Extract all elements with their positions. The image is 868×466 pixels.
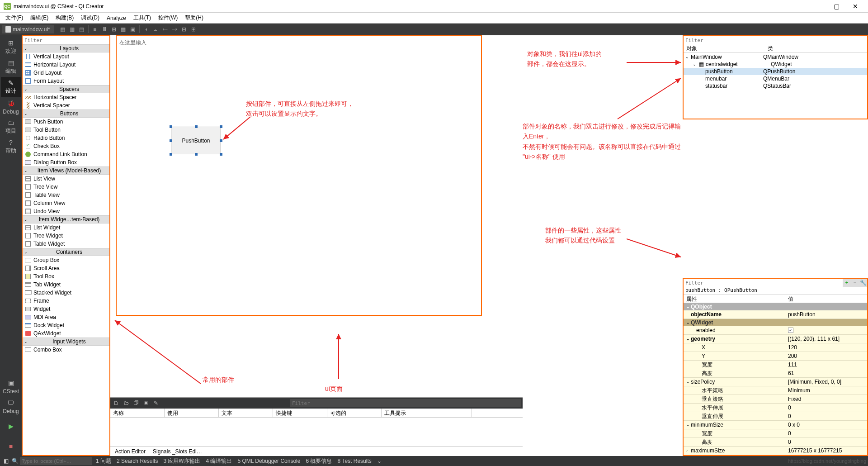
status-tab[interactable]: 6 概要信息 [303,458,335,464]
mode-button[interactable]: ?帮助 [1,137,21,157]
open-file-tab[interactable]: mainwindow.ui* [2,25,54,33]
action-panel-tab[interactable]: Signals _Slots Edi… [150,448,205,455]
open-action-icon[interactable]: 🗁 [122,399,130,407]
object-tree-row[interactable]: menubarQMenuBar [684,75,867,82]
widget-group-header[interactable]: ⌄Containers [23,248,109,256]
property-row[interactable]: objectNamepushButton [684,310,867,319]
menu-item[interactable]: 调试(D) [77,13,103,23]
tool-icon[interactable]: Ⅲ [100,25,109,34]
add-property-icon[interactable]: + [843,279,851,287]
widget-item[interactable]: Grid Layout [23,69,109,77]
status-tab[interactable]: 5 QML Debugger Console [235,458,303,464]
run-button[interactable]: ▶ [1,416,21,436]
toggle-sidebar-icon[interactable]: ◧ [2,457,10,465]
tool-icon[interactable]: ⊞ [189,25,198,34]
menu-item[interactable]: 帮助(H) [181,13,207,23]
property-row[interactable]: ⌄geometry[(120, 200), 111 x 61] [684,335,867,343]
tool-icon[interactable]: ⫠ [151,25,160,34]
widget-item[interactable]: Vertical Spacer [23,101,109,109]
status-tab[interactable]: 8 Test Results [335,458,374,464]
status-tab[interactable]: 4 编译输出 [203,458,235,464]
widget-group-header[interactable]: ⌄Buttons [23,109,109,118]
config-property-icon[interactable]: 🔧 [859,279,867,287]
property-row[interactable]: 垂直策略Fixed [684,395,867,404]
action-filter-input[interactable] [290,399,521,407]
action-column-header[interactable]: 快捷键 [273,409,327,417]
copy-action-icon[interactable]: 🗇 [132,399,140,407]
maximize-button[interactable]: ▢ [827,1,845,12]
action-column-header[interactable]: 使用 [165,409,219,417]
widget-item[interactable]: Dock Widget [23,321,109,329]
property-row[interactable]: 宽度111 [684,361,867,369]
widget-group-header[interactable]: ⌄Input Widgets [23,338,109,346]
widget-item[interactable]: Tree View [23,183,109,191]
widget-item[interactable]: MDI Area [23,313,109,321]
status-tab[interactable]: 3 应用程序输出 [160,458,203,464]
property-row[interactable]: 宽度0 [684,429,867,438]
tool-icon[interactable]: ⫞ [142,25,151,34]
widget-group-header[interactable]: ⌄Item Views (Model-Based) [23,166,109,175]
tool-icon[interactable]: 🡒 [170,25,179,34]
object-tree-row[interactable]: ⌄MainWindowQMainWindow [684,53,867,61]
close-button[interactable]: ✕ [846,1,864,12]
property-row[interactable]: 水平策略Minimum [684,386,867,395]
property-row[interactable]: ›maximumSize16777215 x 16777215 [684,447,867,455]
menu-item[interactable]: 编辑(E) [27,13,52,23]
widget-item[interactable]: Scroll Area [23,264,109,272]
widget-item[interactable]: Undo View [23,207,109,215]
edit-action-icon[interactable]: ✎ [152,399,160,407]
property-group-header[interactable]: ⌄QObject [684,303,867,310]
menu-item[interactable]: 构建(B) [52,13,77,23]
delete-action-icon[interactable]: ✖ [142,399,150,407]
property-filter-input[interactable] [684,279,843,287]
search-icon[interactable]: 🔍 [11,457,19,465]
menu-item[interactable]: 控件(W) [155,13,181,23]
mode-button[interactable]: 🗀项目 [1,117,21,137]
object-tree-row[interactable]: ⌄▦centralwidgetQWidget [684,61,867,68]
remove-property-icon[interactable]: − [851,279,859,287]
property-row[interactable]: ⌄sizePolicy[Minimum, Fixed, 0, 0] [684,378,867,386]
mode-button[interactable]: 🖵Debug [1,396,21,416]
tool-icon[interactable]: ▥ [68,25,77,34]
widget-item[interactable]: Radio Button [23,134,109,142]
widget-item[interactable]: Tab Widget [23,281,109,289]
widget-item[interactable]: Combo Box [23,346,109,354]
pushbutton-widget[interactable]: PushButton [171,127,221,154]
widget-item[interactable]: Widget [23,305,109,313]
locator-input[interactable] [20,457,92,465]
new-action-icon[interactable]: 🗋 [112,399,120,407]
object-tree-row[interactable]: statusbarQStatusBar [684,82,867,90]
tool-icon[interactable]: ▦ [58,25,67,34]
tool-icon[interactable]: ⊞ [109,25,118,34]
widget-item[interactable]: Tool Button [23,126,109,134]
action-panel-tab[interactable]: Action Editor [112,448,148,455]
property-row[interactable]: 高度0 [684,438,867,447]
object-tree-row[interactable]: pushButtonQPushButton [684,68,867,75]
tool-icon[interactable]: ⊟ [179,25,189,34]
property-row[interactable]: Y200 [684,352,867,361]
widget-item[interactable]: Horizontal Spacer [23,93,109,101]
form-canvas[interactable]: 在这里输入 PushButton [116,35,482,316]
property-row[interactable]: ⌄minimumSize0 x 0 [684,421,867,429]
tool-icon[interactable]: ≡ [90,25,99,34]
tool-icon[interactable]: ▦ [119,25,128,34]
property-row[interactable]: 高度61 [684,369,867,378]
property-group-header[interactable]: ⌄QWidget [684,319,867,326]
widget-item[interactable]: QAxWidget [23,329,109,338]
action-column-header[interactable]: 名称 [110,409,165,417]
widget-item[interactable]: Dialog Button Box [23,158,109,166]
menubar-placeholder[interactable]: 在这里输入 [119,39,146,47]
menu-item[interactable]: Analyze [103,14,130,22]
tool-icon[interactable]: 🡐 [160,25,170,34]
checkbox-icon[interactable]: ✓ [788,328,793,333]
property-row[interactable]: X120 [684,343,867,352]
widget-item[interactable]: Column View [23,199,109,207]
mode-button[interactable]: ⊞欢迎 [1,37,21,57]
widget-item[interactable]: List View [23,175,109,183]
tool-icon[interactable]: ▤ [77,25,86,34]
mode-button[interactable]: 🐞Debug [1,97,21,117]
widget-item[interactable]: Form Layout [23,77,109,85]
action-column-header[interactable]: 工具提示 [382,409,472,417]
chevron-icon[interactable]: ⌄ [375,457,383,465]
minimize-button[interactable]: — [808,1,826,12]
